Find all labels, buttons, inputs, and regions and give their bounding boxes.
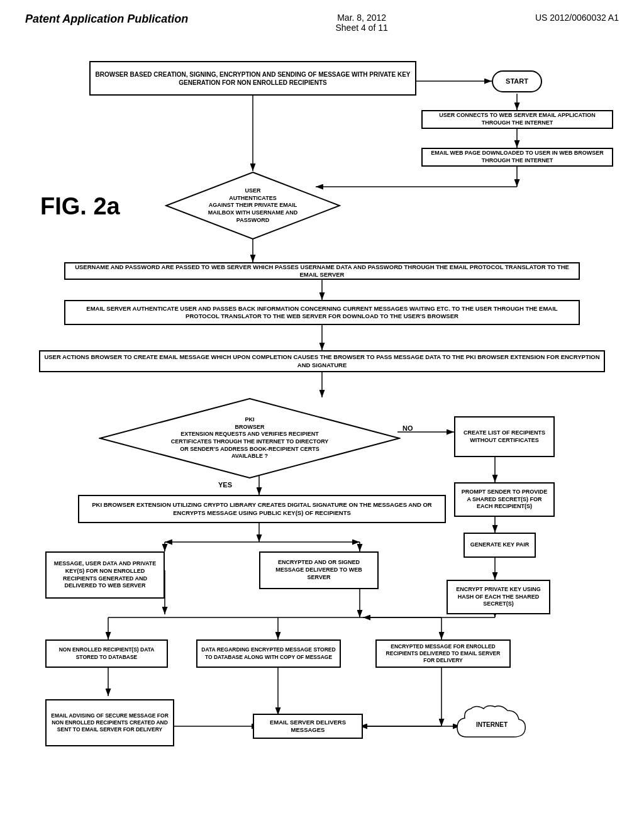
encrypted-signed-box: ENCRYPTED AND OR SIGNED MESSAGE DELIVERE… [259,551,379,589]
message-user-data-box: MESSAGE, USER DATA AND PRIVATE KEY(S) FO… [45,551,165,599]
page: Patent Application Publication Mar. 8, 2… [0,0,644,830]
generate-key-box: GENERATE KEY PAIR [464,533,536,558]
publication-title: Patent Application Publication [25,13,188,26]
start-node: START [492,70,542,92]
user-auth-diamond: USERAUTHENTICATESAGAINST THEIR PRIVATE E… [165,171,341,240]
create-list-box: CREATE LIST OF RECIPIENTS WITHOUT CERTIF… [454,416,555,457]
email-downloaded-box: EMAIL WEB PAGE DOWNLOADED TO USER IN WEB… [421,148,613,167]
header-date: Mar. 8, 2012 [335,13,387,23]
user-actions-box: USER ACTIONS BROWSER TO CREATE EMAIL MES… [39,350,605,372]
flowchart: BROWSER BASED CREATION, SIGNING, ENCRYPT… [26,55,618,784]
email-server-auth-box: EMAIL SERVER AUTHENTICATE USER AND PASSE… [64,300,580,325]
encrypted-enrolled-box: ENCRYPTED MESSAGE FOR ENROLLED RECIPIENT… [375,639,511,668]
header-center: Mar. 8, 2012 Sheet 4 of 11 [335,13,387,33]
email-advising-box: EMAIL ADVISING OF SECURE MESSAGE FOR NON… [45,699,174,746]
username-password-box: USERNAME AND PASSWORD ARE PASSED TO WEB … [64,262,580,280]
header-sheet: Sheet 4 of 11 [335,23,387,33]
page-header: Patent Application Publication Mar. 8, 2… [25,13,619,36]
figure-label: FIG. 2a [40,193,120,220]
data-encrypted-box: DATA REGARDING ENCRYPTED MESSAGE STORED … [196,639,341,668]
user-connects-box: USER CONNECTS TO WEB SERVER EMAIL APPLIC… [421,110,613,129]
yes-label: YES [218,481,232,489]
pki-extension-box: PKI BROWSER EXTENSION UTILIZING CRYPTO L… [78,495,446,523]
encrypt-private-box: ENCRYPT PRIVATE KEY USING HASH OF EACH T… [447,580,550,614]
internet-cloud: INTERNET [451,699,533,750]
title-box: BROWSER BASED CREATION, SIGNING, ENCRYPT… [89,61,416,96]
prompt-sender-box: PROMPT SENDER TO PROVIDE A SHARED SECRET… [454,482,555,517]
patent-number: US 2012/0060032 A1 [535,13,619,23]
pki-diamond: PKIBROWSEREXTENSION REQUESTS AND VERIFIE… [99,397,401,479]
no-label: NO [402,424,413,432]
email-server-delivers-box: EMAIL SERVER DELIVERS MESSAGES [253,714,363,739]
non-enrolled-box: NON ENROLLED RECIPIENT(S) DATA STORED TO… [45,639,168,668]
